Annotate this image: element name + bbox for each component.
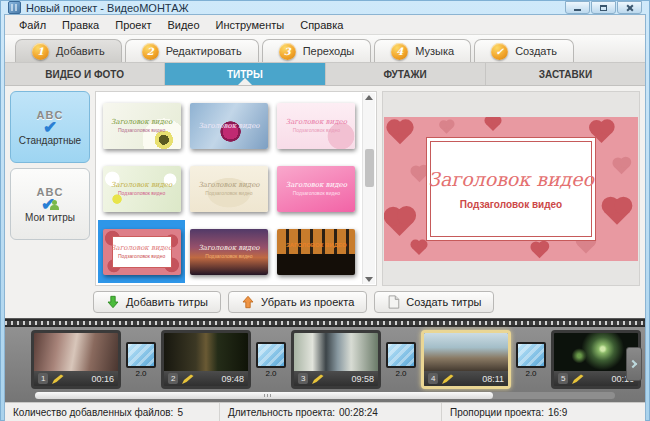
create-titles-button[interactable]: Создать титры bbox=[374, 291, 494, 313]
chevron-right-icon bbox=[629, 360, 637, 368]
scroll-down-icon[interactable] bbox=[365, 277, 373, 282]
transition-2[interactable]: 2.0 bbox=[256, 342, 286, 378]
window-title: Новый проект - ВидеоМОНТАЖ bbox=[26, 2, 189, 14]
clip-duration: 09:58 bbox=[351, 374, 374, 384]
remove-from-project-label: Убрать из проекта bbox=[261, 296, 354, 308]
step-4-badge: 4 bbox=[391, 43, 408, 60]
template-subtitle-text: Подзаголовок видео bbox=[118, 190, 165, 196]
app-icon bbox=[8, 1, 21, 14]
preview-subtitle-text: Подзаголовок видео bbox=[460, 199, 562, 210]
sidebar-item-my-titles[interactable]: ABC ✔ Мои титры bbox=[10, 168, 90, 240]
add-titles-button[interactable]: Добавить титры bbox=[93, 291, 221, 313]
edit-pencil-icon[interactable] bbox=[52, 374, 64, 384]
template-hearts-frame-selected[interactable]: Заголовок видео Подзаголовок видео bbox=[98, 220, 185, 283]
template-daisy-meadow[interactable]: Заголовок видео Подзаголовок видео bbox=[98, 157, 185, 220]
template-pink-rose[interactable]: Заголовок видео Подзаголовок видео bbox=[273, 94, 360, 157]
project-duration-label: Длительность проекта: bbox=[228, 407, 335, 418]
edit-pencil-icon[interactable] bbox=[312, 374, 324, 384]
step-tab-add[interactable]: 1 Добавить bbox=[15, 39, 122, 62]
timeline-clip-1[interactable]: 1 00:16 bbox=[31, 330, 121, 389]
tab-intros[interactable]: ЗАСТАВКИ bbox=[486, 63, 645, 85]
remove-from-project-button[interactable]: Убрать из проекта bbox=[228, 291, 367, 313]
menu-help[interactable]: Справка bbox=[292, 17, 351, 33]
title-bar[interactable]: Новый проект - ВидеоМОНТАЖ bbox=[4, 1, 646, 14]
clip-thumbnail bbox=[164, 333, 248, 371]
sidebar-item-standard-titles[interactable]: ABC ✔ Стандартные bbox=[10, 91, 90, 163]
template-chamomile[interactable]: Заголовок видео Подзаголовок видео bbox=[98, 94, 185, 157]
heart-icon bbox=[440, 121, 453, 134]
template-title-text: Заголовок видео bbox=[286, 181, 347, 189]
clip-number: 1 bbox=[38, 373, 48, 384]
transition-1[interactable]: 2.0 bbox=[126, 342, 156, 378]
template-subtitle-text: Подзаголовок видео bbox=[205, 253, 252, 259]
edit-pencil-icon[interactable] bbox=[572, 374, 584, 384]
step-tab-edit[interactable]: 2 Редактировать bbox=[125, 39, 259, 62]
edit-pencil-icon[interactable] bbox=[442, 374, 454, 384]
transition-duration: 2.0 bbox=[135, 369, 146, 378]
clip-thumbnail bbox=[424, 333, 508, 371]
menu-file[interactable]: Файл bbox=[11, 17, 54, 33]
step-1-label: Добавить bbox=[56, 45, 105, 57]
film-strip-sprockets bbox=[5, 319, 645, 327]
timeline-clip-2[interactable]: 2 09:48 bbox=[161, 330, 251, 389]
step-2-label: Редактировать bbox=[166, 45, 242, 57]
transition-duration: 2.0 bbox=[525, 369, 536, 378]
template-film-strip[interactable]: Заголовок видео bbox=[273, 220, 360, 283]
heart-icon bbox=[604, 199, 629, 224]
clip-number: 5 bbox=[558, 373, 568, 384]
preview-title-card: Заголовок видео Подзаголовок видео bbox=[426, 137, 596, 241]
main-content: ABC ✔ Стандартные ABC ✔ Мои титры bbox=[5, 86, 645, 288]
tab-titles[interactable]: ТИТРЫ bbox=[165, 63, 325, 85]
orange-up-arrow-icon bbox=[241, 295, 255, 309]
template-sunset[interactable]: Заголовок видео Подзаголовок видео bbox=[185, 220, 272, 283]
subtabs-bar: ВИДЕО И ФОТО ТИТРЫ ФУТАЖИ ЗАСТАВКИ bbox=[5, 63, 645, 86]
minimize-button[interactable] bbox=[565, 1, 590, 14]
title-templates-grid: Заголовок видео Подзаголовок видео Загол… bbox=[95, 91, 377, 286]
step-4-label: Музыка bbox=[415, 45, 454, 57]
menu-video[interactable]: Видео bbox=[159, 17, 207, 33]
edit-pencil-icon[interactable] bbox=[182, 374, 194, 384]
step-tab-transitions[interactable]: 3 Переходы bbox=[262, 39, 372, 62]
new-page-icon bbox=[387, 295, 400, 309]
transition-icon bbox=[256, 342, 286, 368]
step-2-badge: 2 bbox=[142, 43, 159, 60]
timeline-clip-3[interactable]: 3 09:58 bbox=[291, 330, 381, 389]
timeline-track: 1 00:16 2.0 2 09:48 bbox=[5, 327, 645, 389]
timeline-scrollbar-thumb[interactable] bbox=[35, 392, 493, 399]
heart-icon bbox=[386, 209, 413, 236]
transition-icon bbox=[386, 342, 416, 368]
close-button[interactable] bbox=[617, 1, 642, 14]
template-title-text: Заголовок видео bbox=[111, 118, 172, 126]
template-beige-heart[interactable]: Заголовок видео Подзаголовок видео bbox=[185, 157, 272, 220]
tab-video-and-photo[interactable]: ВИДЕО И ФОТО bbox=[5, 63, 165, 85]
step-tab-create[interactable]: ✓ Создать bbox=[474, 39, 574, 62]
template-title-text: Заголовок видео bbox=[286, 118, 347, 126]
menu-project[interactable]: Проект bbox=[107, 17, 159, 33]
transition-4[interactable]: 2.0 bbox=[516, 342, 546, 378]
preview-title-text: Заголовок видео bbox=[428, 168, 594, 190]
files-count-label: Количество добавленных файлов: bbox=[13, 407, 173, 418]
timeline-scrollbar[interactable] bbox=[35, 392, 615, 399]
steps-bar: 1 Добавить 2 Редактировать 3 Переходы 4 … bbox=[5, 35, 645, 63]
timeline-scroll-right-button[interactable] bbox=[626, 347, 642, 381]
menu-edit[interactable]: Правка bbox=[54, 17, 107, 33]
maximize-icon bbox=[600, 5, 607, 11]
transition-3[interactable]: 2.0 bbox=[386, 342, 416, 378]
template-title-text: Заголовок видео bbox=[198, 244, 259, 252]
scrollbar-thumb[interactable] bbox=[365, 149, 374, 187]
template-bright-pink[interactable]: Заголовок видео Подзаголовок видео bbox=[273, 157, 360, 220]
step-tab-music[interactable]: 4 Музыка bbox=[374, 39, 471, 62]
heart-icon bbox=[412, 166, 428, 182]
grid-scrollbar[interactable] bbox=[362, 93, 375, 284]
clip-duration: 09:48 bbox=[221, 374, 244, 384]
template-blue-rose[interactable]: Заголовок видео bbox=[185, 94, 272, 157]
tab-footage[interactable]: ФУТАЖИ bbox=[326, 63, 486, 85]
timeline-clip-4-selected[interactable]: 4 08:11 bbox=[421, 330, 511, 389]
heart-icon bbox=[532, 242, 548, 258]
clip-duration: 00:16 bbox=[91, 374, 114, 384]
menu-bar: Файл Правка Проект Видео Инструменты Спр… bbox=[5, 15, 645, 35]
maximize-button[interactable] bbox=[591, 1, 616, 14]
transition-icon bbox=[516, 342, 546, 368]
menu-tools[interactable]: Инструменты bbox=[208, 17, 293, 33]
scroll-up-icon[interactable] bbox=[365, 95, 373, 100]
